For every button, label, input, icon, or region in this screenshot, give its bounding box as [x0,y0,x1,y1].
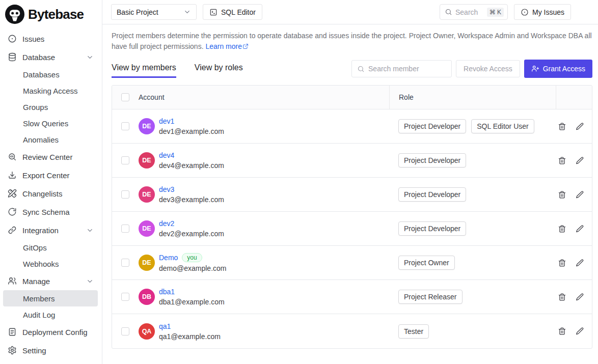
sidebar-item-integration[interactable]: Integration [3,221,98,239]
search-member-input[interactable]: Search member [351,60,452,77]
users-icon [8,276,17,286]
edit-member-button[interactable] [576,156,584,165]
member-avatar: DE [139,255,155,271]
row-checkbox[interactable] [121,259,129,267]
sidebar-item-changelists[interactable]: Changelists [3,184,98,203]
sidebar-item-masking-access[interactable]: Masking Access [3,82,98,99]
table-row: QA qa1 qa1@example.com Tester [112,314,592,348]
search-shortcut-badge: ⌘ K [487,8,504,17]
role-chips: Project Developer [398,221,466,236]
delete-member-button[interactable] [558,225,566,233]
member-name-link[interactable]: dev2 [159,219,174,228]
member-name-link[interactable]: dev3 [159,185,174,193]
grant-access-button[interactable]: Grant Access [524,60,592,78]
member-name-link[interactable]: dba1 [159,288,175,296]
search-icon [445,8,452,16]
sidebar-item-webhooks[interactable]: Webhooks [3,256,98,272]
table-body: DE dev1 dev1@example.com Project Develop… [112,109,592,348]
external-link-icon [242,43,249,49]
chevron-down-icon [183,8,191,16]
role-chip: SQL Editor User [471,119,534,133]
row-checkbox[interactable] [121,190,129,199]
member-name-link[interactable]: dev1 [159,117,174,125]
edit-member-button[interactable] [576,259,584,267]
sidebar-item-audit-log[interactable]: Audit Log [3,306,98,323]
learn-more-link[interactable]: Learn more [205,42,242,50]
terminal-icon [209,8,218,16]
sidebar-item-manage[interactable]: Manage [3,272,98,290]
sidebar-item-review-center[interactable]: Review Center [3,148,98,166]
role-chips: Project Developer [398,187,466,202]
member-name-link[interactable]: Demo [159,254,178,262]
gear-icon [8,346,17,355]
role-chip: Project Developer [398,221,466,236]
delete-member-button[interactable] [558,122,566,131]
edit-member-button[interactable] [576,122,584,131]
revoke-access-button[interactable]: Revoke Access [456,60,520,77]
sidebar-item-groups[interactable]: Groups [3,99,98,115]
table-row: DE dev4 dev4@example.com Project Develop… [112,144,592,178]
edit-member-button[interactable] [576,225,584,233]
delete-member-button[interactable] [558,327,566,335]
user-plus-icon [531,65,539,73]
edit-member-button[interactable] [576,293,584,301]
delete-member-button[interactable] [558,190,566,199]
global-search-input[interactable]: Search ⌘ K [440,4,508,20]
member-avatar: DE [139,152,155,169]
role-chips: Project Releaser [398,290,463,304]
select-all-checkbox[interactable] [121,93,129,101]
project-select[interactable]: Basic Project [111,4,197,20]
bytebase-logo-icon [5,5,24,24]
role-chips: Project Developer [398,153,466,167]
user-avatar[interactable]: DE [577,5,592,20]
chevron-down-icon [86,227,94,234]
member-name-link[interactable]: dev4 [159,151,174,159]
sidebar-item-sync-schema[interactable]: Sync Schema [3,203,98,221]
sidebar-item-members[interactable]: Members [3,290,98,306]
delete-member-button[interactable] [558,293,566,301]
table-header: Account Role [112,86,592,109]
delete-member-button[interactable] [558,156,566,165]
sidebar-item-slow-queries[interactable]: Slow Queries [3,115,98,131]
member-avatar: DE [139,186,155,203]
tab-view-by-members[interactable]: View by members [112,63,176,78]
sidebar-item-setting[interactable]: Setting [3,341,98,359]
my-issues-button[interactable]: My Issues [514,4,571,20]
role-chip: Project Developer [398,153,466,167]
sidebar-item-gitops[interactable]: GitOps [3,239,98,256]
sidebar-item-issues[interactable]: Issues [3,30,98,48]
row-checkbox[interactable] [121,122,129,130]
sidebar-item-databases[interactable]: Databases [3,66,98,82]
edit-member-button[interactable] [576,327,584,335]
view-tabs: View by members View by roles [112,63,351,78]
sql-editor-button[interactable]: SQL Editor [203,4,262,20]
member-name-link[interactable]: qa1 [159,322,171,330]
brand-logo[interactable]: Bytebase [0,0,102,27]
download-icon [8,171,17,180]
search-placeholder: Search [455,8,484,16]
member-avatar: DB [139,289,155,305]
sidebar-item-deployment-config[interactable]: Deployment Config [3,323,98,341]
sidebar-item-export-center[interactable]: Export Center [3,166,98,184]
sidebar-item-anomalies[interactable]: Anomalies [3,131,98,148]
row-checkbox[interactable] [121,293,129,301]
brand-name: Bytebase [28,7,84,22]
refresh-icon [8,207,17,216]
role-chip: Project Releaser [398,290,463,304]
topbar: Basic Project SQL Editor Search ⌘ K My I… [102,0,598,24]
page-description: Project members determine the permission… [112,31,592,52]
row-checkbox[interactable] [121,156,129,164]
delete-member-button[interactable] [558,259,566,267]
you-badge: you [182,253,202,262]
member-email: dba1@example.com [159,298,225,306]
sidebar-item-database[interactable]: Database [3,48,98,66]
row-checkbox[interactable] [121,225,129,233]
main-area: Basic Project SQL Editor Search ⌘ K My I… [102,0,598,364]
sidebar-nav: Issues Database Databases Masking Access… [0,27,102,359]
member-email: demo@example.com [159,264,227,272]
member-email: dev4@example.com [159,161,224,170]
tab-view-by-roles[interactable]: View by roles [195,63,243,78]
edit-member-button[interactable] [576,190,584,199]
search-icon [357,65,365,73]
row-checkbox[interactable] [121,327,129,335]
